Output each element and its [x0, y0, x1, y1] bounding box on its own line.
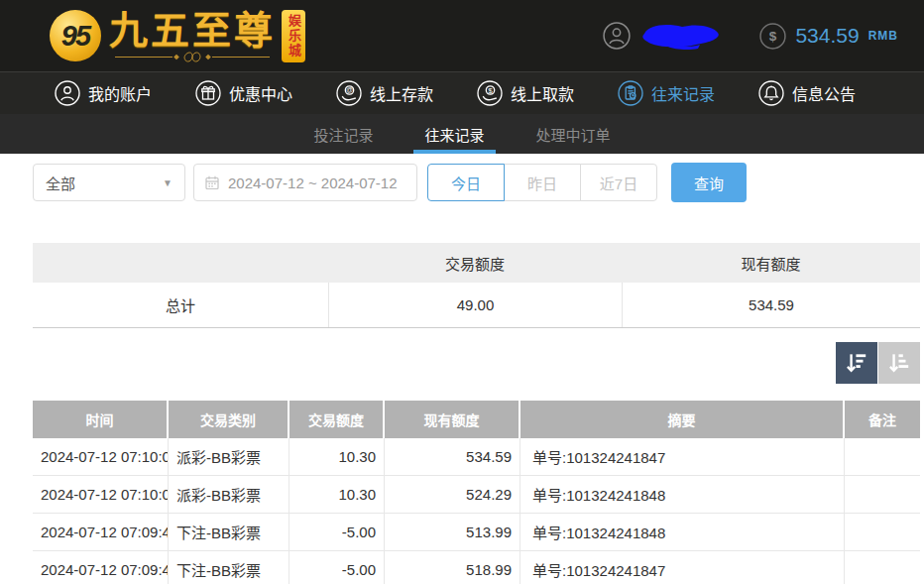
- deposit-icon: @: [336, 80, 362, 106]
- svg-text:$: $: [488, 86, 493, 95]
- user-avatar-icon[interactable]: [603, 22, 631, 50]
- table-row: 2024-07-12 07:09:48 下注-BB彩票 -5.00 513.99…: [33, 514, 920, 551]
- nav-item-promotions[interactable]: 优惠中心: [195, 80, 292, 106]
- summary-header-row: 交易额度 现有额度: [33, 243, 920, 283]
- table-header-row: 时间 交易类别 交易额度 现有额度 摘要 备注: [33, 401, 920, 438]
- today-button[interactable]: 今日: [427, 164, 505, 201]
- cell-current-amount: 518.99: [385, 551, 520, 584]
- summary-header-trade-amount: 交易额度: [328, 243, 622, 283]
- nav-label: 往来记录: [651, 81, 715, 105]
- summary-current-amount-value: 534.59: [622, 283, 920, 327]
- table-row: 2024-07-12 07:09:48 下注-BB彩票 -5.00 518.99…: [33, 551, 920, 584]
- nav-label: 优惠中心: [229, 81, 292, 105]
- chevron-down-icon: ▼: [163, 177, 173, 188]
- tab-pending-orders[interactable]: 处理中订单: [533, 114, 614, 154]
- col-header-time: 时间: [33, 401, 169, 438]
- cell-time: 2024-07-12 07:09:48: [33, 514, 169, 550]
- cell-type: 下注-BB彩票: [169, 514, 289, 550]
- brand-logo[interactable]: 95 九五至尊 娱乐城: [50, 10, 305, 62]
- cell-summary: 单号:101324241847: [520, 551, 845, 584]
- cell-summary: 单号:101324241848: [520, 514, 845, 550]
- cell-time: 2024-07-12 07:10:05: [33, 476, 169, 513]
- col-header-current-amount: 现有额度: [385, 401, 520, 438]
- summary-header-current-amount: 现有额度: [622, 243, 920, 283]
- top-header: 95 九五至尊 娱乐城: [0, 0, 924, 71]
- redacted-username-scribble: [638, 21, 726, 51]
- cell-remark: [845, 476, 920, 513]
- withdraw-icon: $: [477, 80, 503, 106]
- sort-descending-icon: [844, 350, 869, 376]
- transactions-table: 时间 交易类别 交易额度 现有额度 摘要 备注 2024-07-12 07:10…: [33, 401, 920, 584]
- date-range-value: 2024-07-12 ~ 2024-07-12: [228, 175, 398, 191]
- balance-amount: 534.59: [795, 24, 859, 48]
- nav-label: 线上取款: [511, 81, 574, 105]
- record-subtabs: 投注记录 往来记录 处理中订单: [0, 114, 924, 154]
- nav-item-withdraw[interactable]: $ 线上取款: [477, 80, 574, 106]
- cell-trade-amount: 10.30: [289, 438, 385, 475]
- records-icon: [618, 80, 643, 106]
- currency-label: RMB: [868, 29, 898, 43]
- cell-current-amount: 534.59: [385, 438, 520, 475]
- cell-type: 下注-BB彩票: [169, 551, 289, 584]
- sort-ascending-button[interactable]: [878, 342, 920, 384]
- bell-icon: [758, 80, 784, 106]
- col-header-remark: 备注: [845, 401, 920, 438]
- tab-betting-records[interactable]: 投注记录: [310, 114, 376, 154]
- cell-time: 2024-07-12 07:09:48: [33, 551, 169, 584]
- cell-remark: [845, 514, 920, 550]
- col-header-type: 交易类别: [169, 401, 289, 438]
- summary-total-label: 总计: [33, 283, 328, 327]
- cell-summary: 单号:101324241847: [520, 438, 845, 475]
- account-summary-area: $ 534.59 RMB: [603, 21, 898, 51]
- summary-table: 交易额度 现有额度 总计 49.00 534.59: [33, 243, 920, 328]
- brand-title: 九五至尊: [109, 10, 276, 52]
- summary-total-row: 总计 49.00 534.59: [33, 283, 920, 327]
- cell-time: 2024-07-12 07:10:05: [33, 438, 169, 475]
- svg-text:$: $: [769, 29, 777, 44]
- cell-remark: [845, 551, 920, 584]
- sort-descending-button[interactable]: [836, 342, 877, 384]
- calendar-icon: [204, 175, 220, 190]
- yesterday-button[interactable]: 昨日: [504, 164, 581, 201]
- nav-label: 信息公告: [792, 81, 856, 105]
- logo-95-icon: 95: [50, 10, 101, 61]
- col-header-summary: 摘要: [520, 401, 845, 438]
- filter-toolbar: 全部 ▼ 2024-07-12 ~ 2024-07-12 今日 昨日 近7日 查…: [33, 163, 924, 202]
- sort-ascending-icon: [886, 350, 912, 376]
- cell-type: 派彩-BB彩票: [169, 476, 289, 513]
- nav-label: 线上存款: [370, 81, 433, 105]
- type-filter-value: 全部: [46, 173, 75, 193]
- cell-trade-amount: -5.00: [289, 514, 385, 550]
- cell-current-amount: 524.29: [385, 476, 520, 513]
- svg-text:@: @: [346, 86, 353, 93]
- cell-remark: [845, 438, 920, 475]
- last-7-days-button[interactable]: 近7日: [580, 164, 657, 201]
- type-filter-select[interactable]: 全部 ▼: [33, 164, 185, 201]
- search-button[interactable]: 查询: [671, 163, 747, 202]
- logo-flourish-icon: [113, 52, 272, 62]
- nav-item-deposit[interactable]: @ 线上存款: [336, 80, 433, 106]
- sort-controls: [0, 342, 920, 384]
- brand-text-block: 九五至尊: [109, 10, 276, 62]
- user-icon: [55, 80, 80, 106]
- table-row: 2024-07-12 07:10:05 派彩-BB彩票 10.30 534.59…: [33, 438, 920, 476]
- date-range-input[interactable]: 2024-07-12 ~ 2024-07-12: [193, 164, 417, 201]
- nav-label: 我的账户: [88, 81, 152, 105]
- cell-trade-amount: 10.30: [289, 476, 385, 513]
- cell-type: 派彩-BB彩票: [169, 438, 289, 475]
- nav-item-announcements[interactable]: 信息公告: [758, 80, 856, 106]
- col-header-trade-amount: 交易额度: [289, 401, 385, 438]
- gift-icon: [195, 80, 221, 106]
- tab-transaction-records[interactable]: 往来记录: [421, 114, 487, 154]
- nav-item-transaction-records[interactable]: 往来记录: [618, 80, 715, 106]
- summary-trade-amount-value: 49.00: [328, 283, 622, 327]
- table-row: 2024-07-12 07:10:05 派彩-BB彩票 10.30 524.29…: [33, 476, 920, 514]
- balance-display[interactable]: $ 534.59 RMB: [759, 23, 898, 50]
- quick-date-button-group: 今日 昨日 近7日: [427, 164, 657, 201]
- nav-item-my-account[interactable]: 我的账户: [55, 80, 152, 106]
- cell-current-amount: 513.99: [385, 514, 520, 550]
- cell-trade-amount: -5.00: [289, 551, 385, 584]
- main-navigation: 我的账户 优惠中心 @ 线上存款 $ 线上取款: [0, 71, 924, 114]
- brand-subtitle-badge: 娱乐城: [282, 10, 305, 62]
- summary-header-blank: [33, 243, 328, 283]
